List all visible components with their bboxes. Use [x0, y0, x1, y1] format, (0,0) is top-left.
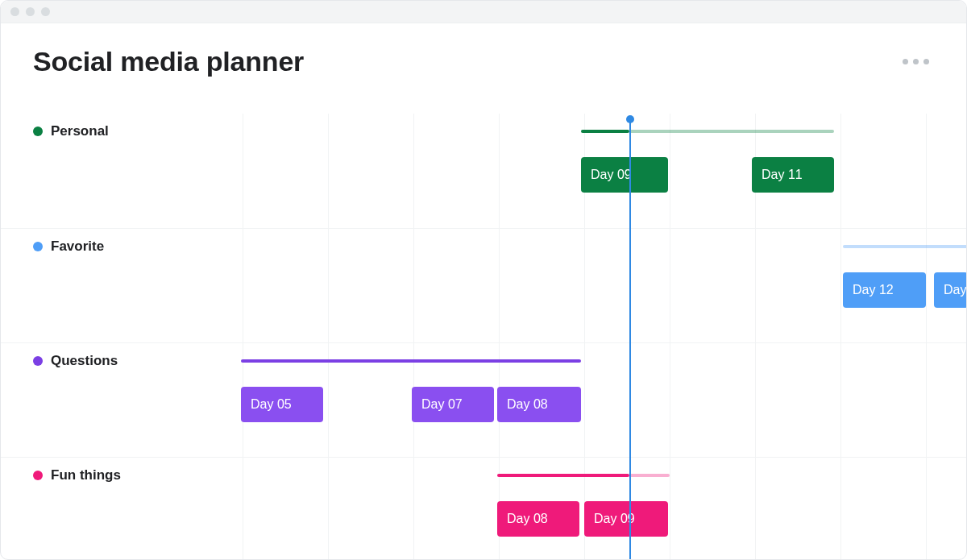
category-dot-icon	[33, 127, 43, 136]
row-span-line-faded	[843, 245, 967, 248]
window-min-dot[interactable]	[26, 7, 35, 16]
task-block[interactable]: Day 09	[584, 501, 668, 537]
category-dot-icon	[33, 242, 43, 251]
more-menu-button[interactable]	[898, 54, 934, 69]
ellipsis-dot-icon	[913, 59, 919, 64]
window-close-dot[interactable]	[10, 7, 19, 16]
task-block[interactable]: Day 12	[843, 272, 926, 308]
timeline: PersonalDay 09Day 11FavoriteDay 12DayQue…	[1, 114, 966, 560]
row-label[interactable]: Fun things	[33, 467, 121, 483]
category-dot-icon	[33, 471, 43, 480]
row-label[interactable]: Questions	[33, 353, 118, 369]
row-span-line	[241, 359, 581, 363]
row-span-line-faded	[629, 130, 834, 133]
row-name-text: Questions	[51, 353, 118, 369]
window-titlebar	[1, 1, 966, 23]
timeline-row-funthings: Fun thingsDay 08Day 09	[1, 457, 966, 560]
timeline-row-favorite: FavoriteDay 12Day	[1, 228, 966, 342]
row-label[interactable]: Personal	[33, 123, 109, 139]
app-window: Social media planner PersonalDay 09Day 1…	[0, 0, 967, 560]
row-label[interactable]: Favorite	[33, 239, 104, 255]
window-max-dot[interactable]	[41, 7, 50, 16]
ellipsis-dot-icon	[923, 59, 929, 64]
row-span-line-faded	[629, 474, 670, 477]
timeline-row-questions: QuestionsDay 05Day 07Day 08	[1, 342, 966, 457]
task-block[interactable]: Day 07	[412, 387, 494, 422]
page-title: Social media planner	[33, 46, 304, 77]
content-area: Social media planner PersonalDay 09Day 1…	[1, 23, 966, 560]
category-dot-icon	[33, 356, 43, 366]
task-block[interactable]: Day 09	[581, 157, 668, 193]
row-name-text: Favorite	[51, 239, 104, 255]
task-block[interactable]: Day	[934, 272, 967, 308]
row-span-line	[581, 130, 629, 133]
ellipsis-dot-icon	[903, 59, 908, 64]
row-name-text: Fun things	[51, 467, 121, 483]
row-name-text: Personal	[51, 123, 109, 139]
timeline-row-personal: PersonalDay 09Day 11	[1, 114, 966, 228]
task-block[interactable]: Day 08	[497, 387, 581, 422]
task-block[interactable]: Day 05	[241, 387, 323, 422]
task-block[interactable]: Day 08	[497, 501, 579, 537]
task-block[interactable]: Day 11	[752, 157, 834, 193]
row-span-line	[497, 474, 629, 477]
page-header: Social media planner	[1, 23, 966, 84]
